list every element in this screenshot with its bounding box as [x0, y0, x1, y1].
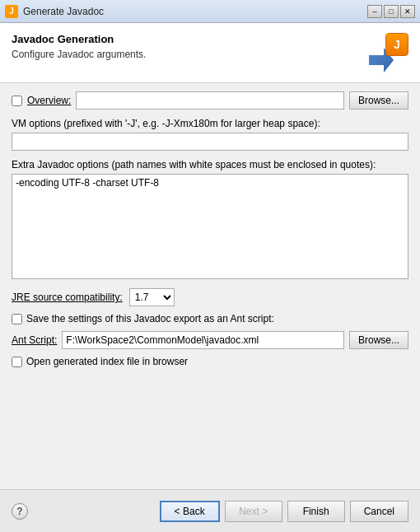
title-bar-title: Generate Javadoc — [23, 6, 367, 17]
save-ant-row: Save the settings of this Javadoc export… — [12, 313, 408, 324]
dialog-footer: ? < Back Next > Finish Cancel — [0, 489, 420, 532]
dialog-content: Overview: Browse... VM options (prefixed… — [0, 83, 420, 489]
finish-button[interactable]: Finish — [287, 501, 345, 522]
dialog: Javadoc Generation Configure Javadoc arg… — [0, 23, 420, 532]
window-controls: – □ ✕ — [367, 5, 415, 18]
title-bar: J Generate Javadoc – □ ✕ — [0, 0, 420, 23]
open-index-label: Open generated index file in browser — [26, 356, 188, 367]
minimize-button[interactable]: – — [367, 5, 382, 18]
extra-options-textarea[interactable] — [12, 174, 408, 279]
ant-script-row: Ant Script: Browse... — [12, 331, 408, 349]
jre-row: JRE source compatibility: 1.7 1.3 1.4 1.… — [12, 288, 408, 306]
close-button[interactable]: ✕ — [400, 5, 415, 18]
overview-label: Overview: — [27, 95, 71, 106]
javadoc-badge: J — [385, 33, 408, 56]
vm-label: VM options (prefixed with '-J', e.g. -J-… — [12, 118, 408, 129]
extra-label: Extra Javadoc options (path names with w… — [12, 159, 408, 170]
maximize-button[interactable]: □ — [384, 5, 399, 18]
overview-row: Overview: Browse... — [12, 91, 408, 110]
next-button[interactable]: Next > — [225, 501, 282, 522]
back-button[interactable]: < Back — [160, 501, 220, 522]
extra-options-section: Extra Javadoc options (path names with w… — [12, 159, 408, 282]
browse-button-2[interactable]: Browse... — [349, 331, 408, 349]
overview-checkbox[interactable] — [12, 96, 22, 106]
dialog-header: Javadoc Generation Configure Javadoc arg… — [0, 23, 420, 83]
vm-options-section: VM options (prefixed with '-J', e.g. -J-… — [12, 118, 408, 159]
dialog-subtitle: Configure Javadoc arguments. — [12, 49, 146, 60]
app-icon: J — [5, 5, 18, 18]
header-text: Javadoc Generation Configure Javadoc arg… — [12, 33, 146, 60]
jre-select[interactable]: 1.7 1.3 1.4 1.5 1.6 — [129, 288, 175, 306]
overview-input[interactable] — [76, 91, 344, 110]
open-index-checkbox[interactable] — [12, 357, 22, 367]
jre-label: JRE source compatibility: — [12, 292, 123, 303]
extra-options-wrapper — [12, 174, 408, 282]
ant-script-label: Ant Script: — [12, 334, 57, 346]
footer-buttons: < Back Next > Finish Cancel — [160, 501, 408, 522]
dialog-title: Javadoc Generation — [12, 33, 146, 45]
open-index-row: Open generated index file in browser — [12, 356, 408, 367]
javadoc-icon: J — [369, 33, 408, 72]
save-ant-checkbox[interactable] — [12, 314, 22, 324]
footer-left: ? — [12, 503, 28, 520]
save-ant-label: Save the settings of this Javadoc export… — [26, 313, 274, 324]
browse-button-1[interactable]: Browse... — [349, 91, 408, 110]
vm-input[interactable] — [12, 133, 408, 151]
ant-script-input[interactable] — [62, 331, 344, 349]
cancel-button[interactable]: Cancel — [350, 501, 408, 522]
help-icon[interactable]: ? — [12, 503, 28, 520]
